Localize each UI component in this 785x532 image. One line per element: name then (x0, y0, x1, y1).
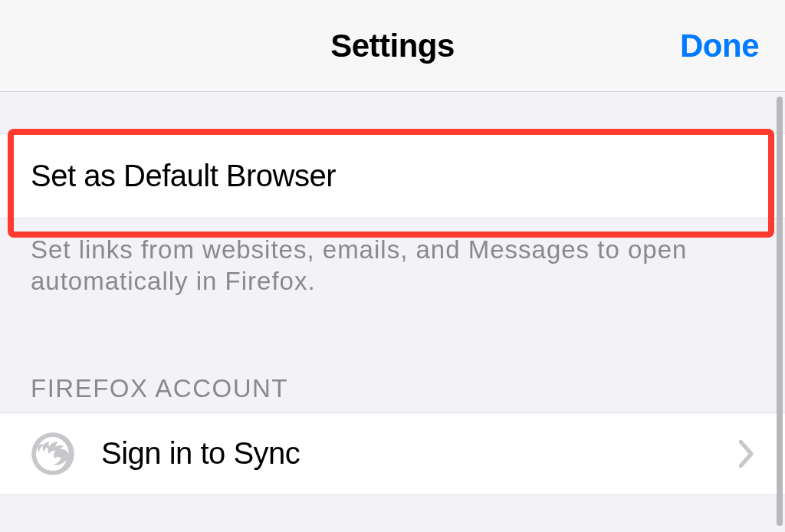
sign-in-sync-label: Sign in to Sync (101, 436, 300, 471)
settings-content: Set as Default Browser Set links from we… (0, 92, 785, 495)
scrollbar[interactable] (777, 97, 783, 526)
page-title: Settings (330, 28, 455, 64)
firefox-account-section-header: FIREFOX ACCOUNT (0, 297, 785, 412)
sign-in-sync-cell[interactable]: Sign in to Sync (0, 412, 785, 495)
set-default-browser-label: Set as Default Browser (31, 159, 336, 193)
settings-header: Settings Done (0, 0, 785, 92)
chevron-right-icon (739, 440, 754, 468)
done-button[interactable]: Done (680, 28, 759, 64)
set-default-browser-cell[interactable]: Set as Default Browser (0, 133, 785, 218)
firefox-icon (31, 432, 75, 476)
default-browser-description: Set links from websites, emails, and Mes… (0, 218, 785, 297)
